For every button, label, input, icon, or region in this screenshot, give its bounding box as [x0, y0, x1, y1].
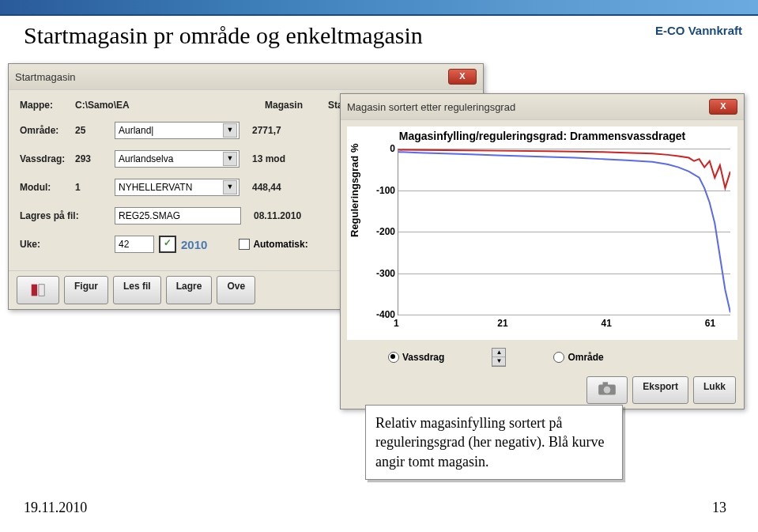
close-icon[interactable]: X — [448, 69, 477, 85]
automatisk-label: Automatisk: — [253, 239, 307, 250]
uke-label: Uke: — [20, 239, 75, 250]
lagres-label: Lagres på fil: — [20, 210, 91, 221]
vassdrag-num: 293 — [75, 153, 115, 164]
chevron-down-icon[interactable]: ▼ — [492, 357, 505, 366]
vassdrag-value: 13 mod — [252, 153, 285, 164]
chart-dialog: Magasin sortert etter reguleringsgrad X … — [340, 93, 745, 409]
dialog1-titlebar[interactable]: Startmagasin X — [9, 64, 483, 90]
chart-title: Magasinfylling/reguleringsgrad: Drammens… — [347, 126, 737, 150]
vassdrag-combo-value: Aurlandselva — [119, 153, 173, 164]
caption-line1: Relativ magasinfylling sortert på regule… — [375, 415, 562, 450]
lukk-button[interactable]: Lukk — [693, 376, 736, 404]
modul-num: 1 — [75, 182, 115, 193]
automatisk-checkbox[interactable] — [239, 239, 250, 250]
lagre-button[interactable]: Lagre — [166, 276, 213, 304]
svg-point-1 — [604, 387, 611, 394]
vassdrag-combo[interactable]: Aurlandselva ▼ — [115, 150, 239, 168]
chart-area: Magasinfylling/reguleringsgrad: Drammens… — [347, 126, 737, 340]
spinner[interactable]: ▲▼ — [492, 348, 506, 367]
dialog2-title: Magasin sortert etter reguleringsgrad — [347, 101, 515, 113]
slide-title: Startmagasin pr område og enkeltmagasin — [24, 22, 423, 49]
modul-combo[interactable]: NYHELLERVATN ▼ — [115, 179, 239, 196]
close-icon[interactable]: X — [709, 99, 737, 115]
brand-label: E-CO Vannkraft — [655, 24, 742, 37]
modul-label: Modul: — [20, 182, 75, 193]
omrade-radio[interactable]: Område — [553, 352, 603, 364]
dialog2-titlebar[interactable]: Magasin sortert etter reguleringsgrad X — [341, 94, 744, 120]
figur-button[interactable]: Figur — [64, 276, 108, 304]
magasin-header: Magasin — [265, 100, 328, 111]
footer-date: 19.11.2010 — [24, 500, 87, 516]
eksport-button[interactable]: Eksport — [632, 376, 688, 404]
chart-plot: 0-100-200-300-4001214161 — [398, 149, 730, 315]
page-top-stripe — [0, 0, 758, 16]
uke-checkbox[interactable]: ✓ — [159, 236, 176, 253]
dialog1-title: Startmagasin — [15, 71, 76, 83]
omrade-combo-value: Aurland| — [119, 125, 153, 136]
caption-box: Relativ magasinfylling sortert på regule… — [365, 405, 623, 480]
omrade-num: 25 — [75, 125, 115, 136]
chevron-down-icon[interactable]: ▼ — [223, 180, 237, 194]
lagres-value: REG25.SMAG — [119, 210, 180, 221]
uke-value: 42 — [119, 239, 129, 250]
vassdrag-radio[interactable]: Vassdrag — [388, 352, 444, 364]
uke-year: 2010 — [181, 238, 207, 251]
modul-value: 448,44 — [252, 182, 281, 193]
chevron-up-icon[interactable]: ▲ — [492, 349, 505, 357]
svg-rect-2 — [603, 382, 609, 385]
chart-ylabel: Reguleringsgrad % — [349, 144, 360, 237]
mappe-label: Mappe: — [20, 100, 75, 111]
lesfil-button[interactable]: Les fil — [113, 276, 161, 304]
chevron-down-icon[interactable]: ▼ — [223, 123, 237, 138]
vassdrag-label: Vassdrag: — [20, 153, 75, 164]
omrade-combo[interactable]: Aurland| ▼ — [115, 122, 239, 139]
omrade-label: Område: — [20, 125, 75, 136]
ove-button[interactable]: Ove — [217, 276, 255, 304]
mappe-value: C:\Samo\EA — [75, 100, 265, 111]
chevron-down-icon[interactable]: ▼ — [223, 152, 237, 166]
lagres-input[interactable]: REG25.SMAG — [115, 207, 241, 224]
footer-page-number: 13 — [712, 500, 726, 516]
lagres-date: 08.11.2010 — [254, 210, 301, 221]
book-icon[interactable] — [17, 276, 59, 304]
modul-combo-value: NYHELLERVATN — [119, 182, 192, 193]
camera-icon[interactable] — [586, 376, 628, 404]
omrade-magasin-value: 2771,7 — [252, 125, 281, 136]
uke-input[interactable]: 42 — [115, 236, 154, 253]
